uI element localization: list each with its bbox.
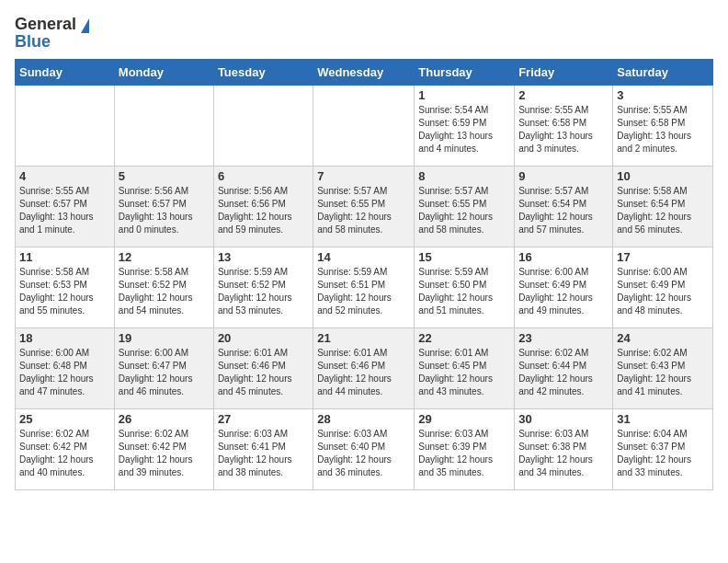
column-header-monday: Monday (114, 60, 213, 86)
column-header-sunday: Sunday (16, 60, 115, 86)
day-info: Sunrise: 5:58 AM Sunset: 6:52 PM Dayligh… (119, 266, 210, 317)
day-number: 23 (518, 331, 609, 345)
day-info: Sunrise: 6:03 AM Sunset: 6:39 PM Dayligh… (418, 428, 510, 479)
day-number: 11 (19, 250, 110, 264)
calendar-cell: 17Sunrise: 6:00 AM Sunset: 6:49 PM Dayli… (613, 247, 713, 328)
day-number: 7 (317, 169, 410, 183)
day-info: Sunrise: 5:59 AM Sunset: 6:50 PM Dayligh… (418, 266, 510, 317)
day-info: Sunrise: 6:03 AM Sunset: 6:38 PM Dayligh… (518, 428, 609, 479)
calendar-cell: 5Sunrise: 5:56 AM Sunset: 6:57 PM Daylig… (114, 167, 213, 247)
calendar-cell: 6Sunrise: 5:56 AM Sunset: 6:56 PM Daylig… (213, 167, 313, 247)
day-info: Sunrise: 6:01 AM Sunset: 6:46 PM Dayligh… (218, 347, 309, 398)
day-info: Sunrise: 6:00 AM Sunset: 6:49 PM Dayligh… (617, 266, 709, 317)
day-info: Sunrise: 5:56 AM Sunset: 6:56 PM Dayligh… (218, 185, 309, 236)
calendar-cell (313, 86, 415, 167)
calendar-cell: 24Sunrise: 6:02 AM Sunset: 6:43 PM Dayli… (613, 328, 713, 409)
day-number: 17 (617, 250, 709, 264)
calendar-cell: 18Sunrise: 6:00 AM Sunset: 6:48 PM Dayli… (16, 328, 115, 409)
day-number: 26 (119, 412, 210, 426)
column-header-wednesday: Wednesday (313, 60, 415, 86)
day-number: 27 (218, 412, 309, 426)
day-info: Sunrise: 6:00 AM Sunset: 6:47 PM Dayligh… (119, 347, 210, 398)
day-number: 16 (518, 250, 609, 264)
day-info: Sunrise: 6:01 AM Sunset: 6:46 PM Dayligh… (317, 347, 410, 398)
day-info: Sunrise: 6:02 AM Sunset: 6:44 PM Dayligh… (518, 347, 609, 398)
day-info: Sunrise: 6:02 AM Sunset: 6:42 PM Dayligh… (119, 428, 210, 479)
calendar-cell: 31Sunrise: 6:04 AM Sunset: 6:37 PM Dayli… (613, 409, 713, 490)
day-info: Sunrise: 5:56 AM Sunset: 6:57 PM Dayligh… (119, 185, 210, 236)
day-number: 2 (518, 88, 609, 102)
day-info: Sunrise: 6:00 AM Sunset: 6:49 PM Dayligh… (518, 266, 609, 317)
day-number: 8 (418, 169, 510, 183)
calendar-cell: 21Sunrise: 6:01 AM Sunset: 6:46 PM Dayli… (313, 328, 415, 409)
calendar-week-row: 4Sunrise: 5:55 AM Sunset: 6:57 PM Daylig… (16, 167, 713, 247)
day-number: 21 (317, 331, 410, 345)
day-info: Sunrise: 6:04 AM Sunset: 6:37 PM Dayligh… (617, 428, 709, 479)
day-info: Sunrise: 6:00 AM Sunset: 6:48 PM Dayligh… (19, 347, 110, 398)
calendar-cell: 19Sunrise: 6:00 AM Sunset: 6:47 PM Dayli… (114, 328, 213, 409)
calendar-cell: 28Sunrise: 6:03 AM Sunset: 6:40 PM Dayli… (313, 409, 415, 490)
day-number: 15 (418, 250, 510, 264)
day-info: Sunrise: 5:57 AM Sunset: 6:55 PM Dayligh… (317, 185, 410, 236)
day-info: Sunrise: 5:58 AM Sunset: 6:54 PM Dayligh… (617, 185, 709, 236)
day-number: 12 (119, 250, 210, 264)
day-info: Sunrise: 6:03 AM Sunset: 6:41 PM Dayligh… (218, 428, 309, 479)
day-info: Sunrise: 5:54 AM Sunset: 6:59 PM Dayligh… (418, 104, 510, 155)
calendar-week-row: 11Sunrise: 5:58 AM Sunset: 6:53 PM Dayli… (16, 247, 713, 328)
day-info: Sunrise: 5:55 AM Sunset: 6:58 PM Dayligh… (617, 104, 709, 155)
day-number: 13 (218, 250, 309, 264)
day-number: 25 (19, 412, 110, 426)
calendar-cell: 10Sunrise: 5:58 AM Sunset: 6:54 PM Dayli… (613, 167, 713, 247)
calendar-week-row: 25Sunrise: 6:02 AM Sunset: 6:42 PM Dayli… (16, 409, 713, 490)
calendar-cell: 3Sunrise: 5:55 AM Sunset: 6:58 PM Daylig… (613, 86, 713, 167)
calendar-cell: 12Sunrise: 5:58 AM Sunset: 6:52 PM Dayli… (114, 247, 213, 328)
day-number: 18 (19, 331, 110, 345)
calendar-cell: 11Sunrise: 5:58 AM Sunset: 6:53 PM Dayli… (16, 247, 115, 328)
calendar-cell: 7Sunrise: 5:57 AM Sunset: 6:55 PM Daylig… (313, 167, 415, 247)
calendar-cell: 23Sunrise: 6:02 AM Sunset: 6:44 PM Dayli… (515, 328, 613, 409)
calendar-cell: 2Sunrise: 5:55 AM Sunset: 6:58 PM Daylig… (515, 86, 613, 167)
day-number: 24 (617, 331, 709, 345)
column-header-friday: Friday (515, 60, 613, 86)
day-number: 10 (617, 169, 709, 183)
day-number: 30 (518, 412, 609, 426)
day-number: 28 (317, 412, 410, 426)
day-info: Sunrise: 5:57 AM Sunset: 6:55 PM Dayligh… (418, 185, 510, 236)
calendar-cell: 26Sunrise: 6:02 AM Sunset: 6:42 PM Dayli… (114, 409, 213, 490)
day-number: 20 (218, 331, 309, 345)
calendar-cell (213, 86, 313, 167)
logo-triangle-icon (81, 18, 89, 33)
column-header-saturday: Saturday (613, 60, 713, 86)
day-info: Sunrise: 5:57 AM Sunset: 6:54 PM Dayligh… (518, 185, 609, 236)
column-header-thursday: Thursday (415, 60, 515, 86)
day-number: 29 (418, 412, 510, 426)
day-number: 31 (617, 412, 709, 426)
page-header: General Blue (15, 15, 713, 52)
calendar-cell: 14Sunrise: 5:59 AM Sunset: 6:51 PM Dayli… (313, 247, 415, 328)
logo-text: General (15, 15, 89, 34)
calendar-cell: 27Sunrise: 6:03 AM Sunset: 6:41 PM Dayli… (213, 409, 313, 490)
day-info: Sunrise: 5:58 AM Sunset: 6:53 PM Dayligh… (19, 266, 110, 317)
calendar-cell: 16Sunrise: 6:00 AM Sunset: 6:49 PM Dayli… (515, 247, 613, 328)
calendar-cell (16, 86, 115, 167)
day-info: Sunrise: 6:02 AM Sunset: 6:42 PM Dayligh… (19, 428, 110, 479)
day-info: Sunrise: 6:03 AM Sunset: 6:40 PM Dayligh… (317, 428, 410, 479)
logo-blue: Blue (15, 32, 51, 52)
calendar-cell (114, 86, 213, 167)
calendar-cell: 15Sunrise: 5:59 AM Sunset: 6:50 PM Dayli… (415, 247, 515, 328)
calendar-cell: 13Sunrise: 5:59 AM Sunset: 6:52 PM Dayli… (213, 247, 313, 328)
calendar-cell: 4Sunrise: 5:55 AM Sunset: 6:57 PM Daylig… (16, 167, 115, 247)
calendar-table: SundayMondayTuesdayWednesdayThursdayFrid… (15, 59, 713, 490)
day-number: 14 (317, 250, 410, 264)
calendar-cell: 30Sunrise: 6:03 AM Sunset: 6:38 PM Dayli… (515, 409, 613, 490)
day-info: Sunrise: 5:59 AM Sunset: 6:51 PM Dayligh… (317, 266, 410, 317)
calendar-cell: 1Sunrise: 5:54 AM Sunset: 6:59 PM Daylig… (415, 86, 515, 167)
day-number: 1 (418, 88, 510, 102)
column-header-tuesday: Tuesday (213, 60, 313, 86)
day-number: 22 (418, 331, 510, 345)
calendar-week-row: 18Sunrise: 6:00 AM Sunset: 6:48 PM Dayli… (16, 328, 713, 409)
calendar-cell: 20Sunrise: 6:01 AM Sunset: 6:46 PM Dayli… (213, 328, 313, 409)
day-number: 5 (119, 169, 210, 183)
calendar-header-row: SundayMondayTuesdayWednesdayThursdayFrid… (16, 60, 713, 86)
day-number: 3 (617, 88, 709, 102)
